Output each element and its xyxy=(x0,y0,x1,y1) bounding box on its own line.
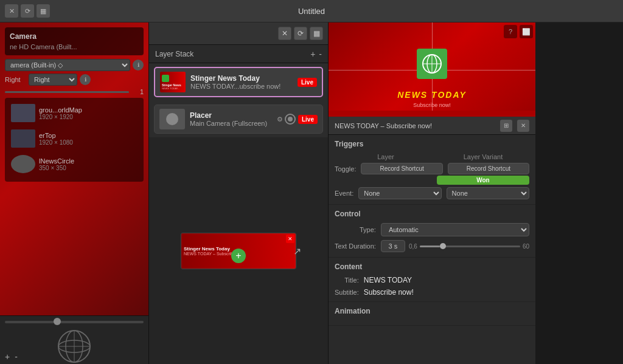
canvas-preview-wrapper: Stinger News Today NEWS TODAY – Subscrib… xyxy=(181,233,296,269)
refresh-toolbar-btn[interactable]: ⟳ xyxy=(294,27,307,40)
event-variant-select[interactable]: None xyxy=(447,187,529,199)
middle-panel: ✕ ⟳ ▦ Layer Stack + - Stinger News NEWS … xyxy=(149,22,329,364)
layer-info-worldmap: grou...orldMap 1920 × 1920 xyxy=(39,106,137,120)
toggle-variant-shortcut-btn[interactable]: Record Shortcut xyxy=(448,163,529,174)
add-remove-bar: + - xyxy=(5,352,18,362)
placer-card-name: Placer xyxy=(190,111,272,120)
stinger-thumb-sub: NEWS TODAY... xyxy=(162,87,179,90)
preview-expand-btn[interactable]: ⬜ xyxy=(520,25,533,38)
placer-layer-card[interactable]: Placer Main Camera (Fullscreen) ⚙ Live xyxy=(154,105,323,134)
placer-card-info: Placer Main Camera (Fullscreen) xyxy=(190,111,272,127)
toggle-layer-shortcut-btn[interactable]: Record Shortcut xyxy=(361,163,442,174)
layer-stack-add-btn[interactable]: + xyxy=(310,49,315,59)
layer-name-worldmap: grou...orldMap xyxy=(39,106,137,114)
control-section: Control Type: Automatic Text Duration: 3… xyxy=(329,205,535,258)
stinger-thumb: Stinger News NEWS TODAY... xyxy=(160,72,186,92)
stinger-user-icon xyxy=(162,75,169,82)
left-layer-list: grou...orldMap 1920 × 1920 erTop 1920 × … xyxy=(5,98,144,182)
layer-name-ertop: erTop xyxy=(39,132,137,139)
direction-row: Right Right ℹ xyxy=(5,74,144,86)
preview-area: NEWS TODAY Subscribe now! ? ⬜ xyxy=(329,22,535,117)
grid-toolbar-btn[interactable]: ▦ xyxy=(310,27,323,40)
triggers-toggle-row: Toggle: Record Shortcut Record Shortcut xyxy=(335,163,529,174)
triggers-header: Layer Layer Variant xyxy=(335,153,529,160)
restore-btn[interactable]: ⟳ xyxy=(21,4,34,18)
add-node-btn[interactable]: + xyxy=(231,249,246,263)
left-panel-top: Camera ne HD Camera (Built... amera (Bui… xyxy=(0,22,148,315)
event-layer-select[interactable]: None xyxy=(358,187,441,199)
info-bar-title: NEWS TODAY – Subscribe now! xyxy=(335,122,495,129)
info-close-btn[interactable]: ✕ xyxy=(517,120,529,132)
globe-icon xyxy=(56,328,92,365)
range-fill xyxy=(420,246,440,247)
direction-label: Right xyxy=(5,76,26,83)
layer-stack-remove-btn[interactable]: - xyxy=(319,49,322,59)
control-grid: Type: Automatic Text Duration: 3 s 0,6 xyxy=(335,223,529,252)
layer-size-newscircle: 350 × 350 xyxy=(39,165,137,171)
cursor-icon: ↗ xyxy=(293,245,301,256)
placer-thumb xyxy=(159,109,185,129)
triggers-title: Triggers xyxy=(335,140,529,148)
stinger-card-icons: Live xyxy=(298,78,317,87)
won-row: Won xyxy=(335,176,529,185)
left-panel: Camera ne HD Camera (Built... amera (Bui… xyxy=(0,22,149,364)
range-max: 60 xyxy=(523,243,529,250)
layer-thumb-newscircle xyxy=(11,155,35,173)
film-btn[interactable]: ▦ xyxy=(37,4,50,18)
toggle-label: Toggle: xyxy=(335,165,356,173)
camera-controls: amera (Built-in) ◇ ℹ Right Right ℹ xyxy=(5,59,144,95)
bottom-slider-thumb[interactable] xyxy=(54,318,61,325)
triggers-col-variant: Layer Variant xyxy=(437,153,529,160)
triggers-section: Triggers Layer Layer Variant Toggle: Rec… xyxy=(329,135,535,205)
preview-globe-icon xyxy=(421,53,443,75)
camera-title: Camera xyxy=(10,32,139,41)
stinger-live-badge: Live xyxy=(298,78,317,87)
stinger-card-name: Stinger News Today xyxy=(190,74,293,83)
layer-size-ertop: 1920 × 1080 xyxy=(39,139,137,146)
content-grid: Title: NEWS TODAY Subtitle: Subscribe no… xyxy=(335,276,529,297)
remove-layer-btn[interactable]: - xyxy=(15,352,18,362)
list-item[interactable]: grou...orldMap 1920 × 1920 xyxy=(9,101,140,125)
placer-live-badge: Live xyxy=(298,115,318,124)
placer-icons-group: ⚙ xyxy=(277,114,296,125)
mini-preview-close[interactable]: ✕ xyxy=(286,235,294,243)
preview-news-title: NEWS TODAY xyxy=(329,90,535,100)
range-thumb[interactable] xyxy=(440,243,446,249)
list-item[interactable]: erTop 1920 × 1080 xyxy=(9,127,140,150)
camera-info-icon[interactable]: ℹ xyxy=(133,60,144,70)
placer-card-icons: ⚙ Live xyxy=(277,114,318,125)
close-btn[interactable]: ✕ xyxy=(5,4,18,18)
type-select[interactable]: Automatic xyxy=(381,223,529,236)
placer-settings-icon: ⚙ xyxy=(277,115,283,123)
stinger-thumb-content: Stinger News NEWS TODAY... xyxy=(160,72,186,92)
right-content: NEWS TODAY – Subscribe now! ⊞ ✕ Triggers… xyxy=(329,117,535,364)
duration-value-row: 3 s 0,6 60 xyxy=(381,240,529,252)
layer-stack-actions: + - xyxy=(310,49,322,59)
layer-info-ertop: erTop 1920 × 1080 xyxy=(39,132,137,146)
camera-select[interactable]: amera (Built-in) ◇ xyxy=(5,59,130,71)
preview-help-btn[interactable]: ? xyxy=(504,25,517,38)
middle-toolbar: ✕ ⟳ ▦ xyxy=(149,22,328,45)
stinger-layer-card[interactable]: Stinger News NEWS TODAY... Stinger News … xyxy=(154,67,323,97)
direction-select[interactable]: Right xyxy=(29,74,77,86)
list-item[interactable]: lNewsCircle 350 × 350 xyxy=(9,153,140,176)
direction-info-icon[interactable]: ℹ xyxy=(80,74,91,85)
animation-title: Animation xyxy=(335,307,529,315)
right-panel: NEWS TODAY Subscribe now! ? ⬜ NEWS TODAY… xyxy=(329,22,535,364)
camera-slider[interactable] xyxy=(5,91,129,93)
range-min: 0,6 xyxy=(409,243,417,250)
title-value: NEWS TODAY xyxy=(364,276,529,284)
close-toolbar-btn[interactable]: ✕ xyxy=(278,27,291,40)
placer-card-sub: Main Camera (Fullscreen) xyxy=(190,120,272,127)
control-title: Control xyxy=(335,210,529,218)
preview-red-bar xyxy=(329,111,535,117)
range-track[interactable] xyxy=(420,246,520,247)
info-copy-btn[interactable]: ⊞ xyxy=(500,120,512,132)
event-label: Event: xyxy=(335,190,353,197)
layer-info-newscircle: lNewsCircle 350 × 350 xyxy=(39,157,137,171)
slider-row: 1 xyxy=(5,88,144,95)
content-section: Content Title: NEWS TODAY Subtitle: Subs… xyxy=(329,258,535,302)
type-value-row: Automatic xyxy=(381,223,529,236)
add-layer-btn[interactable]: + xyxy=(5,352,10,362)
layer-thumb-ertop xyxy=(11,129,35,148)
